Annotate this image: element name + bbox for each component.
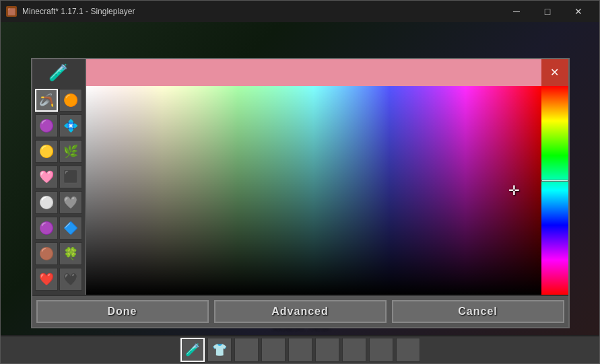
item-slot[interactable]: 🟡 <box>35 140 58 163</box>
sv-dark-layer <box>86 86 541 295</box>
hue-slider[interactable] <box>541 86 568 295</box>
minecraft-window: 🟫 Minecraft* 1.17.1 - Singleplayer ─ □ ✕… <box>0 0 600 364</box>
app-icon: 🟫 <box>6 6 17 17</box>
saturation-value-picker[interactable]: ✛ <box>86 86 541 295</box>
picker-main-area: 🪃 🟠 🟣 💠 🟡 🌿 🩷 ⬛ ⚪ 🩶 🟣 🔷 🟤 🍀 ❤️ 🖤 <box>32 86 568 295</box>
window-close-button[interactable]: ✕ <box>563 1 594 22</box>
potion-slot: 🧪 <box>32 59 86 86</box>
color-preview-bar <box>86 59 541 86</box>
item-slot[interactable]: 🩷 <box>35 166 58 188</box>
hotbar-slot[interactable] <box>315 338 339 362</box>
item-slot[interactable]: 🪃 <box>35 89 58 112</box>
item-slot[interactable]: 🟤 <box>35 242 58 265</box>
hotbar: 🧪 👕 <box>1 335 599 363</box>
item-slot[interactable]: 🟣 <box>35 217 58 240</box>
potion-icon: 🧪 <box>48 63 69 82</box>
item-slot[interactable]: 🟣 <box>35 114 58 137</box>
item-slot[interactable]: ⚪ <box>35 191 58 214</box>
color-preview-close-button[interactable]: ✕ <box>541 59 568 86</box>
hotbar-slot[interactable] <box>342 338 366 362</box>
window-controls: ─ □ ✕ <box>501 1 594 22</box>
color-preview-row: 🧪 ✕ <box>32 59 568 86</box>
done-button[interactable]: Done <box>36 300 209 323</box>
minimize-button[interactable]: ─ <box>501 1 532 22</box>
hotbar-slot[interactable] <box>369 338 393 362</box>
item-slot[interactable]: 🌿 <box>59 140 82 163</box>
item-slot[interactable]: ❤️ <box>35 268 58 291</box>
dialog-button-bar: Done Advanced Cancel <box>32 295 568 327</box>
hotbar-slot[interactable]: 👕 <box>207 338 232 362</box>
maximize-button[interactable]: □ <box>532 1 563 22</box>
window-title: Minecraft* 1.17.1 - Singleplayer <box>22 7 501 16</box>
hue-track <box>541 86 568 295</box>
hotbar-slot[interactable]: 🧪 <box>180 338 205 362</box>
hotbar-slot[interactable] <box>234 338 259 362</box>
main-content: Leather Tunic 🧪 ✕ 🪃 🟠 🟣 💠 🟡 <box>1 22 599 363</box>
sv-gradient-container[interactable] <box>86 86 541 295</box>
advanced-button[interactable]: Advanced <box>214 300 387 323</box>
item-grid: 🪃 🟠 🟣 💠 🟡 🌿 🩷 ⬛ ⚪ 🩶 🟣 🔷 🟤 🍀 ❤️ 🖤 <box>32 86 86 295</box>
hotbar-slot[interactable] <box>288 338 312 362</box>
hue-indicator <box>541 180 568 182</box>
item-slot[interactable]: 🟠 <box>59 89 82 112</box>
item-slot[interactable]: 💠 <box>59 114 82 137</box>
color-picker-dialog: 🧪 ✕ 🪃 🟠 🟣 💠 🟡 🌿 🩷 ⬛ ⚪ 🩶 <box>31 58 570 328</box>
title-bar: 🟫 Minecraft* 1.17.1 - Singleplayer ─ □ ✕ <box>1 1 599 22</box>
cancel-button[interactable]: Cancel <box>392 300 564 323</box>
item-slot[interactable]: 🔷 <box>59 217 82 240</box>
item-slot[interactable]: ⬛ <box>59 166 82 188</box>
hotbar-slot[interactable] <box>261 338 286 362</box>
hotbar-slot[interactable] <box>396 338 420 362</box>
item-slot[interactable]: 🖤 <box>59 268 82 291</box>
item-slot[interactable]: 🍀 <box>59 242 82 265</box>
item-slot[interactable]: 🩶 <box>59 191 82 214</box>
